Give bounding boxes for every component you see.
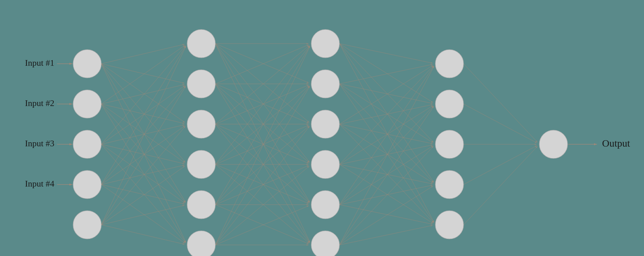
svg-line-39	[215, 84, 309, 123]
output-label: Output	[602, 138, 630, 149]
neuron-hidden1-0	[187, 30, 215, 58]
neuron-hidden2-4	[311, 191, 339, 219]
neuron-hidden3-1	[435, 90, 464, 118]
svg-line-8	[101, 85, 184, 104]
svg-line-36	[215, 44, 310, 243]
neuron-hidden2-0	[311, 30, 339, 58]
svg-line-97	[464, 64, 538, 142]
neuron-hidden3-2	[435, 130, 464, 158]
svg-line-57	[215, 126, 309, 205]
neuron-hidden1-4	[187, 191, 215, 219]
svg-line-67	[339, 44, 433, 63]
neuron-hidden2-3	[311, 150, 339, 178]
svg-line-33	[215, 44, 309, 122]
svg-line-55	[215, 46, 310, 205]
neuron-input-0	[73, 50, 101, 78]
neuron-input-2	[73, 130, 101, 158]
svg-line-16	[101, 144, 184, 164]
svg-line-32	[215, 44, 309, 83]
neuron-hidden2-5	[311, 231, 339, 256]
svg-line-88	[339, 106, 433, 205]
input-label-1: Input #2	[25, 98, 54, 108]
neuron-hidden3-0	[435, 50, 464, 78]
neuron-hidden1-2	[187, 110, 215, 138]
neuron-hidden2-2	[311, 110, 339, 138]
svg-line-62	[215, 86, 310, 245]
neuron-hidden1-3	[187, 150, 215, 178]
neuron-hidden3-4	[435, 211, 464, 239]
svg-line-81	[339, 124, 433, 223]
svg-line-43	[215, 45, 309, 124]
svg-line-98	[464, 104, 537, 143]
input-label-3: Input #4	[25, 179, 54, 189]
svg-line-15	[101, 125, 184, 144]
neural-network-diagram: Input #1Input #2Input #3Input #4Output	[0, 0, 644, 256]
svg-line-64	[215, 166, 309, 245]
svg-line-94	[339, 146, 433, 245]
svg-line-22	[101, 165, 184, 185]
neuron-input-3	[73, 170, 101, 199]
neuron-hidden1-5	[187, 231, 215, 256]
neuron-hidden3-3	[435, 170, 464, 199]
neuron-hidden2-1	[311, 70, 339, 98]
svg-line-47	[215, 124, 309, 203]
input-label-0: Input #1	[25, 58, 54, 68]
svg-line-50	[215, 86, 309, 164]
svg-line-2	[101, 64, 184, 83]
svg-line-75	[339, 84, 433, 183]
svg-line-40	[215, 84, 309, 163]
svg-line-61	[215, 46, 310, 245]
neuron-output-0	[539, 130, 568, 158]
svg-line-58	[215, 165, 309, 205]
svg-line-54	[215, 164, 309, 243]
svg-line-65	[215, 206, 309, 245]
svg-line-23	[101, 185, 184, 204]
neuron-hidden1-1	[187, 70, 215, 98]
input-label-2: Input #3	[25, 139, 54, 148]
neuron-input-1	[73, 90, 101, 118]
svg-line-1	[101, 44, 184, 64]
svg-line-96	[339, 225, 433, 245]
svg-line-29	[101, 205, 184, 225]
neuron-input-4	[73, 211, 101, 239]
svg-line-30	[101, 225, 184, 244]
svg-line-35	[215, 44, 310, 202]
svg-line-42	[215, 84, 310, 243]
svg-line-9	[101, 104, 184, 123]
svg-line-101	[464, 146, 538, 225]
svg-line-82	[339, 66, 433, 164]
svg-line-100	[464, 146, 537, 185]
